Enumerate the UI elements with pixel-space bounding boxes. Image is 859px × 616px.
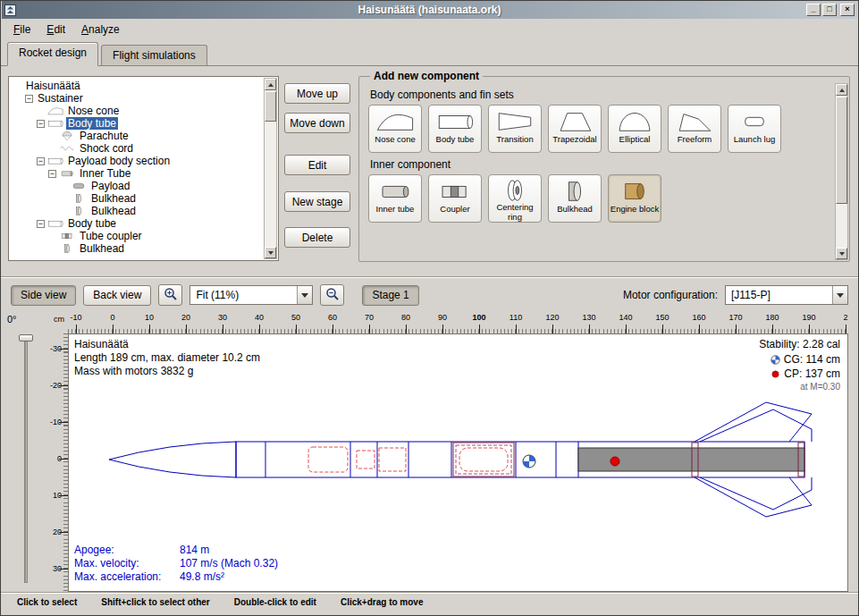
bulkhead-icon — [71, 193, 87, 204]
component-button-label: Trapezoidal — [552, 135, 596, 144]
zoom-in-icon — [164, 287, 178, 304]
tree-item[interactable]: Tube coupler — [10, 230, 264, 242]
tree-item[interactable]: Bulkhead — [10, 242, 264, 255]
cg-marker — [523, 455, 535, 468]
ruler-label: 130 — [582, 313, 595, 322]
tab-rocket-design[interactable]: Rocket design — [7, 42, 98, 66]
ruler-label: 0 — [110, 313, 114, 322]
component-button-label: Centering ring — [489, 203, 541, 222]
tree-item[interactable]: −Sustainer — [10, 92, 264, 105]
performance-label: Apogee: — [74, 544, 180, 557]
centeringring-icon — [495, 178, 535, 203]
tree-item[interactable]: Payload — [10, 180, 264, 192]
ruler-label: 140 — [619, 313, 632, 322]
rotation-slider-column: 0° — [1, 312, 50, 592]
expand-toggle-icon[interactable]: − — [37, 220, 45, 228]
performance-label: Max. acceleration: — [74, 570, 180, 584]
tree-item-label: Bulkhead — [78, 242, 126, 255]
side-view-button[interactable]: Side view — [11, 285, 76, 306]
new-stage-button[interactable]: New stage — [284, 191, 350, 212]
mach-text: at M=0.30 — [800, 382, 840, 392]
component-sections: Body components and fin setsNose coneBod… — [368, 89, 842, 223]
tree-item[interactable]: Parachute — [10, 130, 264, 142]
performance-value: 49.8 m/s² — [180, 570, 224, 583]
tree-item-label: Sustainer — [36, 92, 85, 105]
ruler-label: 90 — [438, 313, 447, 322]
scrollbar-thumb[interactable] — [265, 91, 276, 122]
component-button-elliptical[interactable]: Elliptical — [608, 105, 661, 153]
move-up-button[interactable]: Move up — [284, 83, 350, 104]
app-icon — [4, 4, 16, 16]
tree-item[interactable]: −Payload body section — [10, 155, 264, 167]
rotation-slider-thumb[interactable] — [19, 334, 33, 342]
expand-toggle-icon[interactable]: − — [25, 95, 33, 103]
tree-item[interactable]: −Body tube — [10, 117, 264, 130]
scroll-up-icon[interactable] — [836, 84, 847, 96]
zoom-out-button[interactable] — [320, 284, 344, 306]
motor-configuration-value: [J115-P] — [726, 289, 776, 301]
component-button-bodytube[interactable]: Body tube — [428, 105, 482, 153]
performance-label: Max. velocity: — [74, 557, 180, 570]
component-button-engineblock[interactable]: Engine block — [608, 174, 661, 223]
status-hint: Click+drag to move — [341, 597, 424, 607]
tree-item[interactable]: Bulkhead — [10, 205, 264, 217]
edit-button[interactable]: Edit — [284, 155, 350, 175]
tree-scrollbar[interactable] — [264, 78, 277, 259]
stage-1-toggle[interactable]: Stage 1 — [362, 285, 418, 306]
menu-analyze[interactable]: Analyze — [73, 21, 128, 38]
component-button-coupler[interactable]: Coupler — [428, 174, 482, 223]
scroll-up-icon[interactable] — [265, 79, 276, 90]
tree-item[interactable]: −Inner Tube — [10, 167, 264, 180]
tree-item[interactable]: Shock cord — [10, 142, 264, 155]
trapezoidal-icon — [555, 108, 594, 135]
chevron-down-icon[interactable] — [297, 286, 312, 304]
back-view-button[interactable]: Back view — [83, 285, 151, 306]
bodytube-icon — [47, 156, 63, 166]
tree-item[interactable]: Haisunäätä — [10, 80, 264, 92]
tree-item-label: Bulkhead — [89, 205, 138, 217]
tab-flight-simulations[interactable]: Flight simulations — [101, 45, 207, 65]
move-down-button[interactable]: Move down — [284, 113, 350, 133]
status-hint: Click to select — [17, 597, 77, 607]
component-button-launchlug[interactable]: Launch lug — [728, 105, 781, 153]
delete-button[interactable]: Delete — [284, 227, 350, 248]
zoom-select[interactable]: Fit (11%) — [189, 285, 313, 305]
component-button-bulkhead[interactable]: Bulkhead — [548, 174, 602, 223]
maximize-button[interactable]: □ — [822, 4, 837, 16]
tree-item[interactable]: Bulkhead — [10, 192, 264, 205]
component-button-label: Nose cone — [375, 135, 415, 144]
component-button-nosecone[interactable]: Nose cone — [368, 105, 422, 153]
tree-item[interactable]: Nose cone — [10, 105, 264, 117]
motor-configuration-select[interactable]: [J115-P] — [725, 285, 848, 305]
add-panel-scrollbar[interactable] — [835, 83, 848, 260]
view-toolbar: Side view Back view Fit (11%) Stage 1 Mo… — [1, 281, 858, 309]
performance-row: Max. velocity:107 m/s (Mach 0.32) — [74, 557, 278, 570]
component-button-freeform[interactable]: Freeform — [668, 105, 721, 153]
rocket-canvas[interactable]: Haisunäätä Length 189 cm, max. diameter … — [68, 333, 848, 592]
ruler-label: 120 — [545, 313, 559, 322]
expand-toggle-icon[interactable]: − — [37, 157, 45, 165]
chevron-down-icon[interactable] — [832, 286, 847, 304]
expand-toggle-icon[interactable]: − — [37, 120, 45, 128]
tree-item[interactable]: −Body tube — [10, 217, 264, 230]
ruler-label: 160 — [692, 313, 705, 322]
component-button-innertube[interactable]: Inner tube — [368, 174, 422, 223]
component-button-transition[interactable]: Transition — [488, 105, 542, 153]
expand-toggle-icon[interactable]: − — [48, 170, 56, 178]
scrollbar-thumb[interactable] — [836, 97, 847, 204]
component-button-centeringring[interactable]: Centering ring — [488, 174, 542, 223]
component-button-label: Elliptical — [619, 135, 651, 144]
zoom-in-button[interactable] — [158, 284, 182, 306]
scroll-down-icon[interactable] — [836, 248, 847, 259]
performance-row: Max. acceleration:49.8 m/s² — [74, 570, 278, 584]
coupler-icon — [59, 231, 75, 241]
component-button-trapezoidal[interactable]: Trapezoidal — [548, 105, 602, 153]
rotation-slider-track[interactable] — [24, 335, 28, 583]
scroll-down-icon[interactable] — [265, 247, 276, 258]
close-button[interactable]: × — [840, 4, 855, 16]
freeform-icon — [675, 108, 714, 135]
bulkhead-icon — [59, 243, 75, 254]
minimize-button[interactable]: _ — [806, 4, 821, 16]
menu-file[interactable]: File — [5, 21, 38, 38]
menu-edit[interactable]: Edit — [38, 21, 73, 38]
